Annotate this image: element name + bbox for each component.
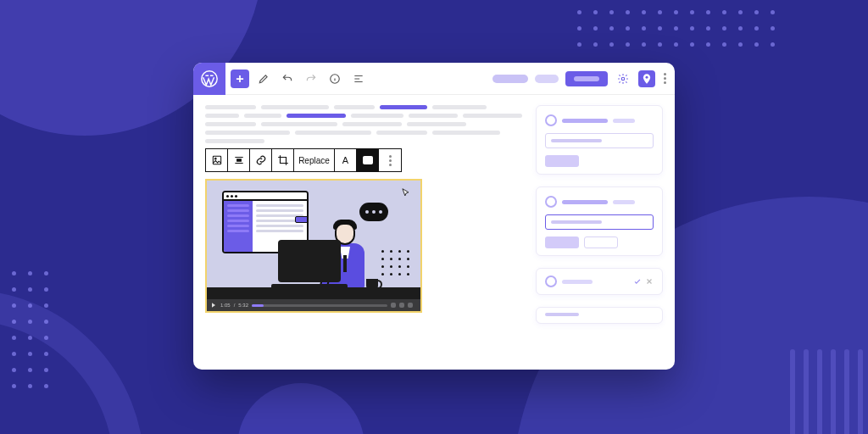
fullscreen-icon[interactable] <box>408 303 413 308</box>
bg-dots <box>577 10 775 58</box>
svg-point-3 <box>646 75 648 78</box>
publish-button[interactable] <box>565 71 608 86</box>
play-icon[interactable] <box>210 302 217 309</box>
video-current-time: 1:05 <box>220 303 231 308</box>
svg-point-2 <box>621 77 625 81</box>
wordpress-logo-icon[interactable] <box>193 63 225 95</box>
svg-rect-4 <box>213 156 220 164</box>
commenter-name <box>562 200 608 204</box>
approval-text <box>545 313 579 316</box>
marketing-stage: Replace A <box>0 0 868 434</box>
approval-name <box>562 280 593 284</box>
crop-icon[interactable] <box>272 149 294 171</box>
comment-input[interactable] <box>545 133 654 148</box>
bg-decor <box>237 383 364 434</box>
svg-rect-6 <box>236 159 241 161</box>
edit-icon[interactable] <box>254 70 273 88</box>
comment-card[interactable] <box>536 105 663 175</box>
comment-submit-button[interactable] <box>545 236 579 248</box>
settings-video-icon[interactable] <box>399 303 404 308</box>
avatar-icon <box>545 275 557 287</box>
laptop-illustration <box>271 240 348 289</box>
bg-dots <box>0 271 48 400</box>
speech-bubble-illustration <box>359 203 388 221</box>
video-duration: 5:32 <box>238 303 248 308</box>
topbar-right-actions <box>492 70 675 87</box>
align-icon[interactable] <box>228 149 250 171</box>
comment-cancel-button[interactable] <box>584 236 618 248</box>
comment-icon[interactable] <box>357 149 379 171</box>
editor-canvas[interactable]: Replace A <box>205 105 524 358</box>
editor-window: Replace A <box>193 63 675 370</box>
dot-grid-decor <box>381 250 410 275</box>
avatar-icon <box>545 196 557 208</box>
more-options-icon[interactable] <box>379 149 401 171</box>
editor-topbar <box>193 63 675 95</box>
undo-icon[interactable] <box>278 70 297 88</box>
desk-illustration <box>207 287 420 299</box>
cursor-icon <box>400 187 412 199</box>
redo-icon[interactable] <box>302 70 320 88</box>
add-block-button[interactable] <box>231 70 249 88</box>
approval-card[interactable] <box>536 307 663 324</box>
commenter-name <box>562 119 608 123</box>
editor-body: Replace A <box>193 95 675 370</box>
approve-icon[interactable] <box>633 277 642 286</box>
block-toolbar: Replace A <box>205 148 402 172</box>
comment-submit-button[interactable] <box>545 155 579 167</box>
activity-icon[interactable] <box>638 70 655 87</box>
save-draft-button[interactable] <box>492 75 528 83</box>
settings-icon[interactable] <box>615 70 632 87</box>
video-scrubber[interactable] <box>252 304 387 307</box>
paragraph-placeholder <box>205 105 524 143</box>
comment-time <box>613 119 635 123</box>
block-type-icon[interactable] <box>206 149 228 171</box>
text-color-icon[interactable]: A <box>335 149 357 171</box>
volume-icon[interactable] <box>391 303 396 308</box>
more-menu-icon[interactable] <box>662 71 668 86</box>
outline-icon[interactable] <box>349 70 368 88</box>
info-icon[interactable] <box>326 70 344 88</box>
video-controls[interactable]: 1:05 / 5:32 <box>207 299 420 311</box>
replace-button[interactable]: Replace <box>294 149 335 171</box>
reject-icon[interactable] <box>645 277 654 286</box>
svg-point-5 <box>214 158 216 159</box>
bg-stripes <box>790 349 868 434</box>
topbar-left-actions <box>225 70 368 88</box>
comment-input[interactable] <box>545 214 654 230</box>
approval-card[interactable] <box>536 268 663 295</box>
preview-button[interactable] <box>535 75 559 83</box>
link-icon[interactable] <box>250 149 272 171</box>
comment-card[interactable] <box>536 186 663 256</box>
comment-time <box>613 200 635 204</box>
avatar-icon <box>545 114 557 126</box>
video-block[interactable]: 1:05 / 5:32 <box>205 179 422 313</box>
video-thumbnail <box>207 181 420 299</box>
comments-sidebar <box>536 105 663 358</box>
